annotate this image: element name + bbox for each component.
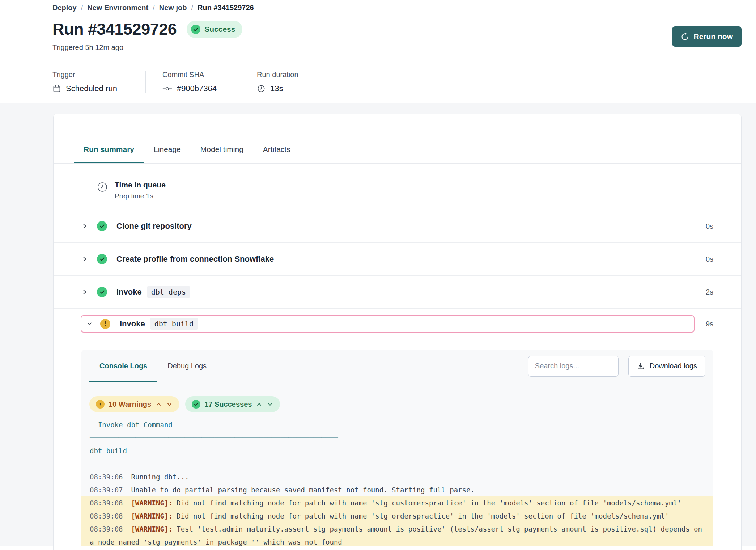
log-line-warning: 08:39:08 [WARNING]: Did not find matchin… (81, 509, 713, 522)
chevron-right-icon[interactable] (82, 289, 88, 295)
commit-sha-value: #900b7364 (177, 84, 217, 93)
step-row-create-profile-snowflake[interactable]: Create profile from connection Snowflake… (54, 243, 741, 276)
rerun-now-label: Rerun now (694, 32, 733, 41)
step-label: Create profile from connection Snowflake (116, 254, 274, 264)
breadcrumb-separator: / (153, 4, 155, 12)
commit-sha-label: Commit SHA (162, 71, 217, 79)
log-timestamp: 08:39:08 (90, 512, 131, 520)
log-line-warning: 08:39:08 [WARNING]: Did not find matchin… (81, 496, 713, 509)
step-row-invoke-dbt-deps[interactable]: Invoke dbt deps 2s (54, 276, 741, 309)
log-text: Did not find matching node for patch wit… (177, 512, 669, 520)
step-duration: 0s (706, 255, 713, 263)
run-duration-value: 13s (270, 84, 283, 93)
success-icon (97, 221, 107, 231)
log-text: Unable to do partial parsing because sav… (131, 486, 474, 494)
tab-lineage[interactable]: Lineage (144, 145, 191, 163)
status-badge-label: Success (204, 25, 235, 34)
clock-icon (257, 84, 266, 93)
step-row-invoke-dbt-build: ! Invoke dbt build 9s (54, 309, 741, 350)
download-icon (637, 362, 645, 370)
tab-run-summary[interactable]: Run summary (74, 145, 144, 163)
time-in-queue-section: Time in queue Prep time 1s (54, 164, 741, 210)
step-label: Clone git repository (116, 221, 192, 231)
console-panel: Console Logs Debug Logs Download logs (81, 350, 713, 546)
rerun-now-button[interactable]: Rerun now (672, 26, 742, 47)
tab-console-logs[interactable]: Console Logs (89, 350, 157, 382)
content-area: Run summary Lineage Model timing Artifac… (0, 103, 756, 546)
step-command: dbt build (150, 318, 198, 330)
step-label: Invoke (116, 287, 142, 297)
breadcrumb-item-deploy[interactable]: Deploy (52, 4, 77, 12)
step-duration: 0s (706, 222, 713, 230)
step-row-clone-git-repository[interactable]: Clone git repository 0s (54, 210, 741, 243)
log-line: Invoke dbt Command (81, 418, 713, 431)
log-timestamp: 08:39:07 (90, 486, 131, 494)
warnings-badge: ! 10 Warnings (89, 396, 179, 412)
queue-title: Time in queue (115, 180, 166, 190)
success-icon (97, 254, 107, 264)
breadcrumb-separator: / (191, 4, 193, 12)
run-meta: Trigger Scheduled run Commit SHA (52, 71, 742, 93)
log-timestamp: 08:39:08 (90, 499, 131, 507)
warnings-prev-chevron-up-icon[interactable] (155, 402, 162, 407)
tab-debug-logs[interactable]: Debug Logs (157, 350, 217, 382)
tab-artifacts[interactable]: Artifacts (253, 145, 300, 163)
log-warning-tag: [WARNING]: (131, 512, 177, 520)
prep-time-link[interactable]: Prep time 1s (115, 192, 153, 200)
warnings-count-label: 10 Warnings (109, 400, 151, 409)
page-header: Deploy / New Environment / New job / Run… (0, 0, 756, 93)
calendar-icon (52, 84, 61, 93)
commit-icon (162, 86, 172, 92)
log-line: ────────────────────────────────────────… (81, 431, 713, 444)
warning-icon: ! (100, 319, 110, 329)
run-summary-card: Run summary Lineage Model timing Artifac… (53, 114, 742, 550)
successes-prev-chevron-up-icon[interactable] (256, 402, 263, 407)
breadcrumb-separator: / (81, 4, 83, 12)
triggered-text: Triggered 5h 12m ago (52, 43, 742, 52)
step-invoke-dbt-build-selected[interactable]: ! Invoke dbt build (81, 315, 695, 333)
success-icon (97, 287, 107, 297)
download-logs-button[interactable]: Download logs (628, 356, 705, 377)
step-command: dbt deps (147, 286, 190, 298)
rerun-icon (681, 33, 689, 41)
page-title: Run #341529726 (52, 20, 177, 39)
success-check-icon (191, 25, 200, 34)
console-log-output: Invoke dbt Command ─────────────────────… (81, 418, 713, 546)
log-line: 08:39:06 Running dbt... (81, 470, 713, 483)
log-line-warning: 08:39:08 [WARNING]: Test 'test.admin_mat… (81, 522, 713, 546)
log-line: 08:39:07 Unable to do partial parsing be… (81, 483, 713, 496)
breadcrumb-item-new-job[interactable]: New job (159, 4, 187, 12)
step-duration: 9s (695, 315, 713, 333)
log-warning-tag: [WARNING]: (131, 525, 177, 533)
chevron-down-icon[interactable] (86, 321, 92, 326)
warning-icon: ! (96, 400, 105, 409)
chevron-right-icon[interactable] (82, 223, 88, 229)
success-icon (192, 400, 200, 409)
log-text: Test 'test.admin_maturity.assert_stg_pay… (90, 525, 706, 546)
status-badge: Success (187, 21, 242, 38)
successes-badge: 17 Successes (185, 396, 280, 412)
breadcrumb-item-new-environment[interactable]: New Environment (87, 4, 148, 12)
breadcrumb-item-current-run: Run #341529726 (198, 4, 254, 12)
download-logs-label: Download logs (650, 362, 697, 370)
search-logs-input[interactable] (528, 356, 619, 377)
queue-clock-icon (96, 181, 109, 200)
log-text: Did not find matching node for patch wit… (177, 499, 681, 507)
successes-count-label: 17 Successes (204, 400, 252, 409)
run-duration-label: Run duration (257, 71, 298, 79)
breadcrumb: Deploy / New Environment / New job / Run… (52, 4, 742, 12)
log-timestamp: 08:39:06 (90, 473, 131, 481)
step-label: Invoke (120, 319, 145, 329)
successes-next-chevron-down-icon[interactable] (267, 402, 273, 407)
log-timestamp: 08:39:08 (90, 525, 131, 533)
chevron-right-icon[interactable] (82, 256, 88, 262)
log-text: Running dbt... (131, 473, 189, 481)
step-duration: 2s (706, 288, 713, 296)
tab-model-timing[interactable]: Model timing (191, 145, 253, 163)
trigger-value: Scheduled run (66, 84, 117, 93)
log-line: dbt build (81, 444, 713, 457)
trigger-label: Trigger (52, 71, 117, 79)
warnings-next-chevron-down-icon[interactable] (166, 402, 173, 407)
log-warning-tag: [WARNING]: (131, 499, 177, 507)
log-line (81, 457, 713, 470)
